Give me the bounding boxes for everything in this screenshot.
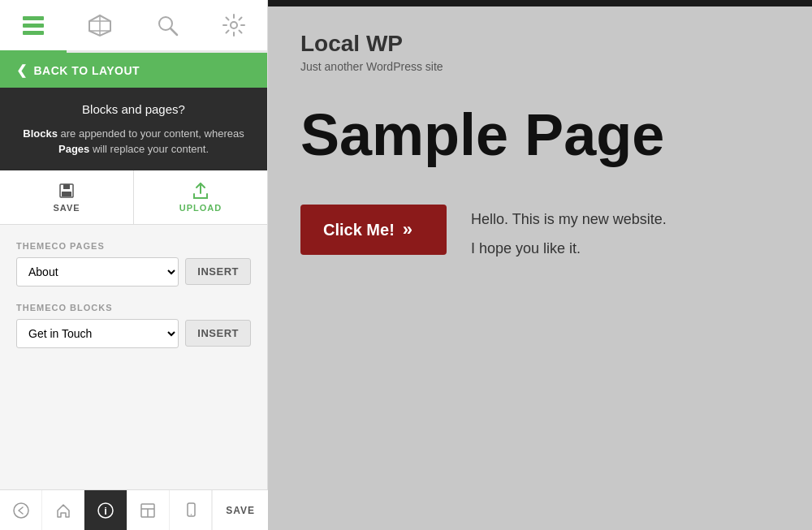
themeco-blocks-row: Get in Touch Header Footer INSERT: [16, 319, 251, 348]
svg-point-9: [14, 503, 28, 518]
info-box-description: Blocks are appended to your content, whe…: [16, 126, 251, 157]
chevron-left-icon: ❮: [16, 62, 28, 78]
layout-icon: [140, 502, 156, 519]
themeco-blocks-select[interactable]: Get in Touch Header Footer: [16, 319, 179, 348]
bottom-save-button[interactable]: SAVE: [212, 490, 268, 530]
upload-label: UPLOAD: [179, 203, 222, 213]
svg-line-4: [171, 28, 177, 35]
pages-bold: Pages: [58, 143, 89, 155]
site-title: Local WP: [300, 31, 780, 57]
nav-tab-search[interactable]: [134, 0, 201, 53]
preview-area: Local WP Just another WordPress site Sam…: [268, 0, 812, 530]
svg-rect-2: [23, 31, 44, 35]
save-button[interactable]: SAVE: [0, 170, 133, 224]
site-body-text: Hello. This is my new website. I hope yo…: [471, 205, 667, 263]
info-box: Blocks and pages? Blocks are appended to…: [0, 88, 267, 170]
bottom-mobile-button[interactable]: [170, 490, 212, 530]
bottom-arrow-button[interactable]: [0, 490, 42, 530]
site-body-line1: Hello. This is my new website.: [471, 205, 667, 234]
upload-icon: [192, 182, 209, 200]
svg-rect-0: [23, 16, 44, 20]
click-me-arrow: »: [403, 219, 412, 240]
themeco-pages-section: THEMECO PAGES About Contact Home INSERT: [16, 241, 251, 287]
top-nav: [0, 0, 267, 53]
themeco-blocks-section: THEMECO BLOCKS Get in Touch Header Foote…: [16, 303, 251, 348]
site-body-line2: I hope you like it.: [471, 234, 667, 263]
svg-rect-1: [23, 24, 44, 28]
blocks-insert-button[interactable]: INSERT: [185, 320, 251, 347]
nav-tab-layout[interactable]: [0, 0, 67, 53]
back-to-layout-button[interactable]: ❮ BACK TO LAYOUT: [0, 53, 267, 88]
bottom-info-button[interactable]: i: [84, 490, 127, 530]
svg-point-16: [190, 514, 192, 515]
pages-insert-button[interactable]: INSERT: [185, 258, 251, 285]
save-icon: [58, 182, 76, 200]
upload-button[interactable]: UPLOAD: [133, 170, 267, 224]
themeco-blocks-label: THEMECO BLOCKS: [16, 303, 251, 312]
nav-tab-box[interactable]: [67, 0, 133, 53]
svg-text:i: i: [104, 505, 107, 517]
home-icon: [55, 502, 71, 519]
blocks-bold: Blocks: [23, 127, 58, 140]
content-row: Click Me! » Hello. This is my new websit…: [300, 205, 780, 263]
themeco-pages-select[interactable]: About Contact Home: [16, 257, 179, 287]
sidebar-content: THEMECO PAGES About Contact Home INSERT …: [0, 225, 267, 531]
site-tagline: Just another WordPress site: [300, 60, 780, 73]
save-label: SAVE: [53, 203, 80, 213]
click-me-button[interactable]: Click Me! »: [300, 205, 447, 255]
sidebar: ❮ BACK TO LAYOUT Blocks and pages? Block…: [0, 0, 268, 530]
svg-rect-7: [63, 184, 70, 189]
nav-tab-settings[interactable]: [201, 0, 267, 53]
themeco-pages-label: THEMECO PAGES: [16, 241, 251, 251]
svg-point-5: [231, 22, 237, 28]
info-box-title: Blocks and pages?: [16, 101, 251, 119]
page-title: Sample Page: [300, 106, 780, 164]
bottom-home-button[interactable]: [42, 490, 84, 530]
click-me-label: Click Me!: [323, 221, 395, 239]
arrow-left-circle-icon: [13, 502, 29, 519]
bottom-layout-button[interactable]: [127, 490, 170, 530]
bottom-bar: i SAVE: [0, 489, 268, 530]
back-to-layout-label: BACK TO LAYOUT: [34, 64, 140, 77]
mobile-icon: [183, 502, 199, 519]
info-icon: i: [97, 502, 114, 519]
themeco-pages-row: About Contact Home INSERT: [16, 257, 251, 287]
svg-rect-8: [62, 192, 71, 196]
actions-row: SAVE UPLOAD: [0, 170, 267, 225]
